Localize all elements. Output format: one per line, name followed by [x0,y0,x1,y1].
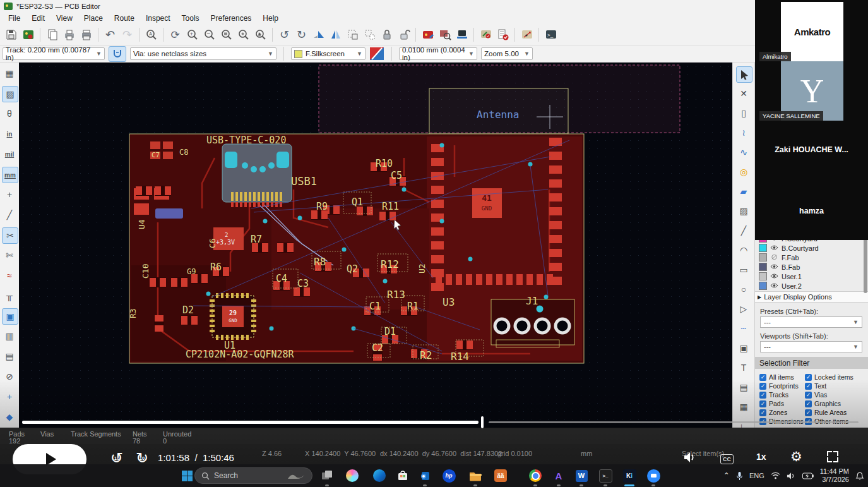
unlock-button[interactable] [396,27,412,43]
viewports-select[interactable]: ---▼ [760,341,862,352]
selection-filter-header[interactable]: Selection Filter [755,357,868,369]
appearance-manager-button[interactable]: ◆ [2,409,17,424]
checkbox-checked[interactable]: ✓ [805,409,812,416]
zoom-page-button[interactable] [218,27,234,43]
panel-scrollbar[interactable] [864,233,867,293]
settings-button[interactable]: ⚙ [790,449,802,464]
draw-line-button[interactable]: ╱ [736,223,751,238]
zoom-objects-button[interactable] [235,27,251,43]
eye-icon[interactable] [770,244,778,252]
add-keepout-button[interactable]: ▨ [736,203,751,219]
antenna-label[interactable]: Antenna [477,109,519,121]
via-size-button[interactable] [109,46,126,62]
checkbox-checked[interactable]: ✓ [805,374,812,381]
pcb-label[interactable]: U3 [443,296,455,308]
pcb-label[interactable]: J1 [526,295,538,307]
update-pcb-button[interactable] [454,27,470,43]
menu-place[interactable]: Place [78,13,109,24]
taskbar-kicad[interactable]: Ki [621,467,638,484]
polar-coords-button[interactable]: θ [2,106,17,121]
cursor-shape-button[interactable]: + [2,187,17,202]
layer-color-swatch[interactable] [759,253,767,262]
add-image-button[interactable]: ▣ [736,340,751,356]
pcb-label[interactable]: R1 [407,301,419,312]
pcb-label[interactable]: R9 [316,201,328,212]
zoom-in-button[interactable]: + [184,27,200,43]
pcb-label[interactable]: R6 [210,262,222,273]
pcb-label[interactable]: Q1 [352,196,363,208]
cross-probe-button[interactable]: + [2,389,17,404]
origin-button[interactable] [519,27,535,43]
notification-bell-icon[interactable] [855,471,864,481]
pcb-label[interactable]: 2 [225,232,228,238]
taskbar-file-explorer[interactable] [467,467,484,484]
menu-preferences[interactable]: Preferences [205,13,258,24]
eye-icon[interactable] [770,273,778,280]
console-button[interactable]: >_ [543,27,559,43]
menu-inspect[interactable]: Inspect [140,13,176,24]
redo-button[interactable]: ↷ [119,27,135,43]
add-text-button[interactable]: T [736,360,751,375]
taskbar-outlook[interactable] [417,467,433,484]
captions-button[interactable]: CC [720,452,734,464]
taskbar-store[interactable] [395,467,411,484]
undo-button[interactable]: ↶ [102,27,118,43]
pcb-label[interactable]: Q2 [347,263,358,275]
pcb-label[interactable]: USB-TYPE-C-020 [206,135,286,146]
pcb-label[interactable]: C5 [391,170,402,181]
zone-outline-mode-button[interactable]: ▣ [2,308,18,325]
menu-view[interactable]: View [51,13,78,24]
grid-overrides-button[interactable]: ▨ [2,86,18,102]
battery-icon[interactable] [802,472,814,479]
layer-color-swatch[interactable] [759,282,767,290]
constrain-45-button[interactable]: ╱ [2,207,17,222]
pcb-label[interactable]: R3 [128,308,138,318]
checkbox-checked[interactable]: ✓ [759,392,766,399]
pcb-label[interactable]: R2 [420,349,432,361]
taskbar-clock[interactable]: 11:44 PM 3/7/2026 [820,467,849,484]
draft-line-button[interactable]: ┄ [736,321,751,336]
taskbar-zoom[interactable] [645,467,662,484]
pcb-label[interactable]: R12 [381,258,399,270]
draw-polygon-button[interactable]: ▷ [736,301,751,316]
grid-visibility-button[interactable]: ▦ [2,66,17,81]
units-mils-button[interactable]: mil [2,147,17,162]
pcb-label[interactable]: R10 [376,158,393,169]
find-button[interactable]: A [143,27,159,43]
scrubber-track[interactable] [489,421,859,423]
checkbox-checked[interactable]: ✓ [805,400,812,407]
pcb-label[interactable]: R14 [451,351,469,363]
taskbar-terminal[interactable]: >_ [597,467,614,484]
drc-button[interactable] [478,27,494,43]
pcb-label[interactable]: C2 [372,342,383,354]
add-table-button[interactable]: ▦ [736,399,751,414]
pcb-label[interactable]: C8 [179,148,188,157]
eye-off-icon[interactable] [770,254,778,262]
page-settings-button[interactable] [44,27,60,43]
draw-rectangle-button[interactable]: ▭ [736,262,751,277]
pcb-label[interactable]: R8 [314,256,326,268]
microphone-icon[interactable] [736,471,743,481]
eye-icon[interactable] [770,282,778,290]
taskbar-task-view[interactable] [319,467,335,484]
pcb-label[interactable]: C1 [369,301,381,312]
group-button[interactable] [345,27,360,43]
taskbar-chrome[interactable] [527,467,544,484]
route-tracks-button[interactable]: ≀ [736,125,751,140]
wifi-icon[interactable] [771,472,780,479]
presets-select[interactable]: ---▼ [760,316,862,328]
footprint-editor-button[interactable] [420,27,436,43]
taskbar-hp[interactable]: hp [441,467,457,484]
layer-pair-button[interactable] [369,47,384,61]
grid-select[interactable]: 0.0100 mm (0.0004 in)▼ [399,47,477,60]
pcb-label[interactable]: R11 [382,201,399,212]
curved-ratsnest-button[interactable]: ╥ [2,288,17,303]
fullscreen-button[interactable] [827,451,838,462]
pcb-label[interactable]: U2 [417,263,427,274]
pcb-label[interactable]: C3 [297,278,309,289]
taskbar-office-people[interactable]: ää [492,467,509,484]
volume-tray-icon[interactable] [787,472,796,480]
trim-tracks-button[interactable]: ✂ [2,227,18,244]
zoom-select[interactable]: Zoom 5.00▼ [481,47,533,60]
pcb-label[interactable]: D2 [182,304,194,316]
